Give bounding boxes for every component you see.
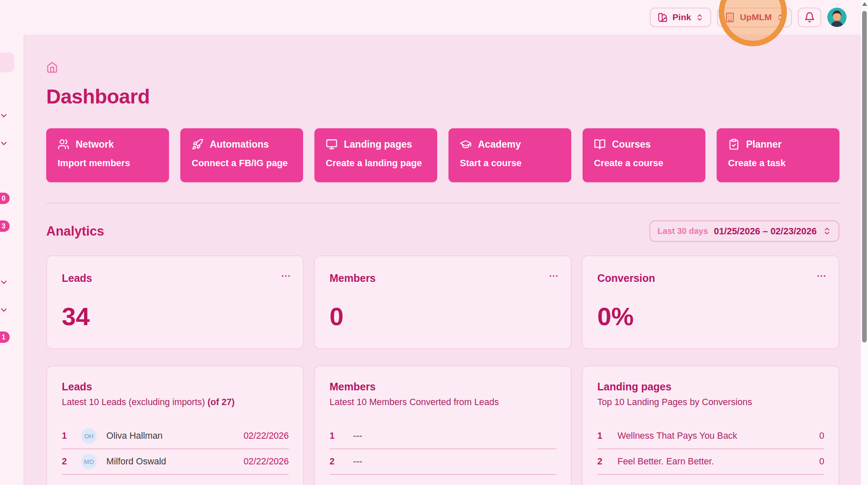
landing-pages-list-card: Landing pages Top 10 Landing Pages by Co… (582, 366, 839, 485)
quick-action-subtitle: Connect a FB/IG page (192, 158, 303, 169)
ellipsis-menu-icon[interactable] (548, 270, 559, 281)
quick-action-subtitle: Create a course (594, 158, 705, 169)
lead-name: Milford Oswald (106, 456, 166, 467)
row-rank: 2 (62, 456, 71, 467)
lead-date: 02/22/2026 (243, 431, 289, 441)
quick-action-title: Network (76, 139, 114, 150)
book-open-icon (594, 138, 606, 150)
lead-row[interactable]: 1 OH Oliva Hallman 02/22/2026 (62, 424, 289, 449)
list-subtitle-count: (of 27) (208, 397, 235, 407)
date-range-filter[interactable]: Last 30 days 01/25/2026 – 02/23/2026 (649, 220, 839, 242)
date-preset-label: Last 30 days (657, 226, 708, 236)
theme-selector[interactable]: Pink (650, 8, 711, 27)
graduation-cap-icon (460, 138, 472, 150)
lead-name: Oliva Hallman (106, 431, 163, 441)
landing-pages-quick-action[interactable]: Landing pages Create a landing page (314, 128, 437, 182)
list-subtitle-text: Latest 10 Leads (excluding imports) (62, 397, 205, 407)
landing-page-name: Wellness That Pays You Back (617, 431, 737, 441)
section-divider (46, 203, 839, 204)
chevron-down-icon[interactable] (0, 278, 8, 287)
stat-value: 0 (330, 302, 557, 331)
users-icon (58, 138, 69, 150)
page-title: Dashboard (46, 85, 839, 108)
chevrons-up-down-icon (696, 13, 704, 21)
lead-row[interactable]: 2 MO Milford Oswald 02/22/2026 (62, 449, 289, 475)
conversion-stat-card: Conversion 0% (582, 255, 839, 349)
user-avatar[interactable] (827, 8, 847, 27)
home-icon[interactable] (46, 61, 58, 73)
list-subtitle: Latest 10 Members Converted from Leads (330, 397, 557, 408)
clipboard-check-icon (728, 138, 740, 150)
main-content: Dashboard Network Import members Automat… (24, 34, 861, 485)
building-icon (725, 12, 735, 23)
theme-selector-label: Pink (673, 12, 691, 22)
scrollbar-thumb[interactable] (862, 11, 867, 342)
quick-action-subtitle: Create a task (728, 158, 839, 169)
leads-list-card: Leads Latest 10 Leads (excluding imports… (46, 366, 304, 485)
member-name: --- (353, 431, 362, 441)
lists-row: Leads Latest 10 Leads (excluding imports… (46, 366, 839, 485)
member-row[interactable]: 1 --- (330, 424, 557, 449)
row-rank: 1 (330, 431, 339, 441)
stat-value: 34 (62, 302, 289, 331)
landing-page-conversions: 0 (819, 456, 824, 467)
monitor-icon (326, 138, 338, 150)
workspace-selector-label: UpMLM (740, 12, 772, 22)
list-title: Leads (62, 381, 289, 393)
notifications-button[interactable] (798, 8, 821, 27)
stat-label: Members (330, 272, 557, 284)
row-rank: 1 (62, 431, 71, 441)
lead-initials-avatar: OH (81, 428, 97, 444)
date-range-value: 01/25/2026 – 02/23/2026 (714, 226, 817, 237)
automations-quick-action[interactable]: Automations Connect a FB/IG page (180, 128, 303, 182)
top-bar: Pink UpMLM (0, 0, 861, 34)
quick-action-title: Courses (612, 139, 651, 150)
courses-quick-action[interactable]: Courses Create a course (583, 128, 705, 182)
planner-quick-action[interactable]: Planner Create a task (717, 128, 839, 182)
landing-page-name: Feel Better. Earn Better. (617, 456, 714, 467)
ellipsis-menu-icon[interactable] (280, 270, 291, 281)
list-subtitle: Latest 10 Leads (excluding imports) (of … (62, 397, 289, 408)
stats-row: Leads 34 Members 0 Conversion 0% (46, 255, 839, 349)
quick-actions: Network Import members Automations Conne… (46, 128, 839, 182)
sidebar-badge: 0 (0, 193, 10, 204)
scrollbar-up-arrow[interactable] (862, 2, 867, 6)
sidebar: 0 3 1 (0, 34, 24, 485)
chevrons-up-down-icon (823, 227, 831, 236)
chevrons-up-down-icon (776, 13, 784, 21)
list-title: Members (330, 381, 557, 393)
landing-page-row[interactable]: 2 Feel Better. Earn Better. 0 (597, 449, 824, 475)
member-name: --- (353, 456, 362, 467)
academy-quick-action[interactable]: Academy Start a course (449, 128, 571, 182)
quick-action-title: Landing pages (344, 139, 412, 150)
member-row[interactable]: 2 --- (330, 449, 557, 475)
chevron-down-icon[interactable] (0, 139, 8, 148)
lead-initials-avatar: MO (81, 454, 97, 469)
landing-page-row[interactable]: 1 Wellness That Pays You Back 0 (597, 424, 824, 449)
sidebar-badge: 3 (0, 220, 10, 232)
list-subtitle: Top 10 Landing Pages by Conversions (597, 397, 824, 408)
sidebar-item-active[interactable] (0, 53, 14, 72)
sidebar-badge: 1 (0, 331, 10, 343)
analytics-title: Analytics (46, 224, 104, 239)
ellipsis-menu-icon[interactable] (816, 270, 827, 281)
quick-action-subtitle: Start a course (460, 158, 571, 169)
chevron-down-icon[interactable] (0, 305, 8, 315)
workspace-selector[interactable]: UpMLM (717, 8, 792, 27)
row-rank: 1 (597, 431, 607, 441)
quick-action-title: Planner (746, 139, 781, 150)
network-quick-action[interactable]: Network Import members (46, 128, 169, 182)
quick-action-subtitle: Create a landing page (326, 158, 437, 169)
lead-date: 02/22/2026 (243, 456, 289, 467)
stat-value: 0% (597, 302, 824, 331)
avatar-image (827, 8, 847, 27)
members-stat-card: Members 0 (314, 255, 572, 349)
row-rank: 2 (330, 456, 339, 467)
list-title: Landing pages (597, 381, 824, 393)
landing-page-conversions: 0 (819, 431, 824, 441)
vertical-scrollbar (861, 0, 868, 485)
stat-label: Leads (62, 272, 289, 284)
quick-action-title: Automations (210, 139, 269, 150)
stat-label: Conversion (597, 272, 824, 284)
chevron-down-icon[interactable] (0, 111, 8, 120)
